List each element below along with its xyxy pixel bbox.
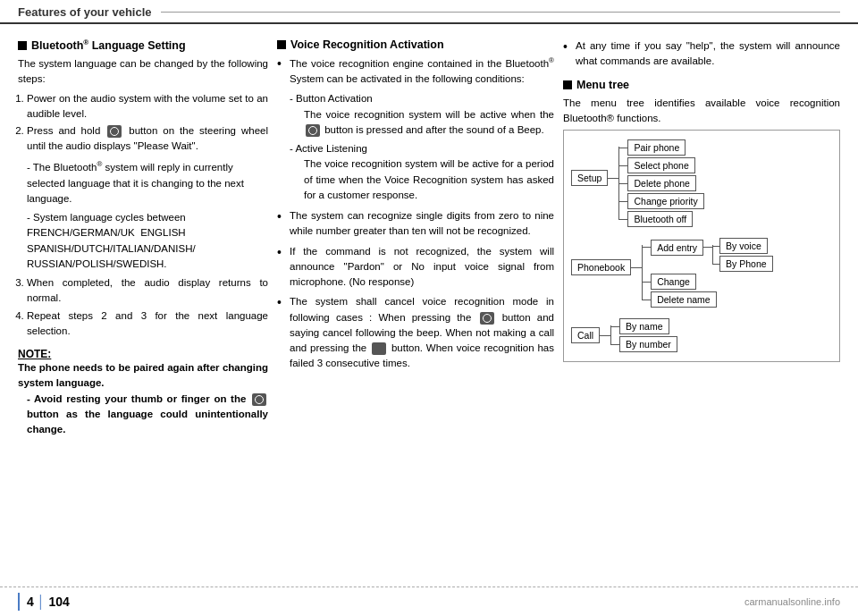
page-num-right-val: 104 [49, 595, 70, 609]
left-intro: The system language can be changed by th… [18, 56, 268, 88]
by-voice-row: By voice [712, 238, 773, 254]
header-line [161, 12, 840, 13]
button-icon [107, 125, 122, 138]
change-hline [642, 282, 651, 283]
dash-1: - The Bluetooth® system will reply in cu… [27, 160, 268, 207]
note-box: NOTE: The phone needs to be paired again… [18, 348, 268, 437]
page: Features of your vehicle Bluetooth® Lang… [0, 0, 858, 616]
bullet-icon [18, 41, 27, 50]
delete-phone-box: Delete phone [627, 175, 695, 191]
by-number-box: By number [619, 336, 677, 352]
bullet-3: • If the command is not recognized, the … [277, 244, 554, 291]
dash-1-text: - The Bluetooth® system will reply in cu… [27, 162, 244, 204]
by-phone-row: By Phone [712, 256, 773, 272]
setup-child-2-hline [618, 165, 627, 166]
left-section-heading: Bluetooth® Language Setting [18, 38, 268, 52]
right-bullet-text: At any time if you say "help", the syste… [576, 38, 840, 70]
by-voice-box: By voice [719, 238, 768, 254]
setup-child-2-row: Select phone [618, 157, 703, 173]
left-section-title: Bluetooth® Language Setting [31, 38, 186, 52]
bullet-icon-2 [277, 40, 286, 49]
setup-section: Setup Pair phone [571, 139, 832, 227]
call-box: Call [571, 327, 600, 343]
sub-section-1: - Button Activation The voice recognitio… [290, 91, 554, 138]
sub-text-1: The voice recognition system will be act… [304, 107, 554, 139]
by-phone-hline [712, 264, 719, 265]
main-content: Bluetooth® Language Setting The system l… [0, 24, 858, 446]
add-entry-row: Add entry By voice [642, 238, 773, 272]
phonebook-children: Add entry By voice [642, 238, 773, 308]
header-bar: Features of your vehicle [0, 0, 858, 24]
bullet-text-2: The system can recognize single digits f… [290, 208, 554, 240]
setup-child-4-row: Change priority [618, 193, 703, 209]
change-row: Change [642, 274, 773, 290]
middle-section-title: Voice Recognition Activation [290, 38, 444, 51]
step-2: Press and hold button on the steering wh… [27, 123, 268, 155]
setup-children-inner: Pair phone Select phone Delete phone [618, 139, 703, 227]
dash-2: - System language cycles between FRENCH/… [27, 210, 268, 272]
page-num-right: │ [38, 595, 46, 609]
call-section: Call By name By number [571, 318, 832, 352]
phonebook-root-wrapper: Phonebook [571, 259, 642, 275]
page-num-divider [18, 593, 20, 611]
bullet-dot-1: • [277, 55, 290, 72]
page-number-box: 4 │ 104 [18, 593, 70, 611]
setup-box: Setup [571, 170, 608, 186]
phone-icon [372, 342, 386, 355]
add-entry-box: Add entry [651, 240, 703, 256]
setup-child-4-hline [618, 201, 627, 202]
setup-child-3-row: Delete phone [618, 175, 703, 191]
sub-label-2: - Active Listening [290, 141, 554, 156]
middle-column: Voice Recognition Activation • The voice… [277, 38, 554, 437]
add-entry-v-line [712, 245, 713, 265]
by-number-hline [610, 344, 619, 345]
menu-tree-diagram: Setup Pair phone [563, 130, 840, 362]
pair-phone-box: Pair phone [627, 139, 686, 156]
by-voice-hline [712, 246, 719, 247]
setup-child-5-hline [618, 219, 627, 220]
menu-tree-section: Menu tree The menu tree identifies avail… [563, 79, 840, 363]
right-bullet-dot: • [563, 38, 576, 55]
step-4: Repeat steps 2 and 3 for the next langua… [27, 308, 268, 340]
setup-child-3-hline [618, 183, 627, 184]
by-name-row: By name [610, 318, 677, 334]
note-label: NOTE: [18, 348, 268, 360]
bullet-dot-2: • [277, 208, 290, 224]
bullet-dot-4: • [277, 294, 290, 310]
phonebook-v-line [642, 245, 643, 300]
button-icon-3 [306, 124, 320, 137]
delete-name-hline [642, 300, 651, 300]
by-phone-box: By Phone [719, 256, 773, 272]
left-column: Bluetooth® Language Setting The system l… [18, 38, 268, 437]
step-1: Power on the audio system with the volum… [27, 91, 268, 122]
page-num-left: 4 [27, 595, 34, 609]
call-h-line [600, 335, 610, 336]
phonebook-section: Phonebook Add entry [571, 238, 832, 308]
by-name-hline [610, 326, 619, 327]
setup-root-wrapper: Setup [571, 170, 618, 186]
middle-section-heading: Voice Recognition Activation [277, 38, 554, 51]
bullet-icon-3 [563, 80, 572, 89]
bullet-2: • The system can recognize single digits… [277, 208, 554, 240]
header-title: Features of your vehicle [18, 5, 152, 19]
step-3: When completed, the audio display return… [27, 275, 268, 307]
bullet-text-3: If the command is not recognized, the sy… [290, 244, 554, 291]
right-bullet-1: • At any time if you say "help", the sys… [563, 38, 840, 70]
footer: 4 │ 104 carmanualsonline.info [0, 586, 858, 616]
select-phone-box: Select phone [627, 157, 694, 173]
call-v-line [610, 325, 611, 345]
steps-list: Power on the audio system with the volum… [27, 91, 268, 155]
add-entry-hline2 [703, 247, 712, 248]
by-name-box: By name [619, 318, 669, 334]
setup-child-1-row: Pair phone [618, 139, 703, 156]
add-entry-hline [642, 247, 651, 248]
bullet-1: • The voice recognition engine contained… [277, 55, 554, 87]
phonebook-h-line [631, 267, 642, 268]
call-children: By name By number [610, 318, 677, 352]
sub-section-2: - Active Listening The voice recognition… [290, 141, 554, 203]
button-icon-2 [252, 393, 266, 406]
change-box: Change [651, 274, 696, 290]
dash-2-text: - System language cycles between FRENCH/… [27, 212, 196, 269]
watermark: carmanualsonline.info [744, 596, 840, 607]
menu-tree-title: Menu tree [576, 79, 629, 91]
